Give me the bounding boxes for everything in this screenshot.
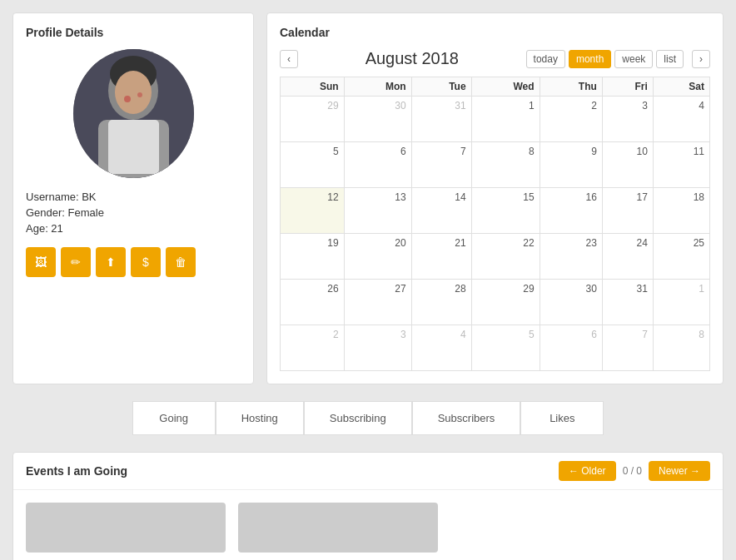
dollar-button[interactable]: $ xyxy=(131,247,161,277)
calendar-cell[interactable]: 11 xyxy=(653,142,709,188)
calendar-cell[interactable]: 23 xyxy=(540,234,602,280)
upload-button[interactable]: ⬆ xyxy=(96,247,126,277)
col-sun: Sun xyxy=(281,77,345,97)
col-fri: Fri xyxy=(602,77,653,97)
profile-card-title: Profile Details xyxy=(26,26,241,39)
calendar-cell[interactable]: 8 xyxy=(471,142,540,188)
newer-button[interactable]: Newer → xyxy=(649,461,710,481)
svg-rect-3 xyxy=(108,120,159,174)
calendar-cell[interactable]: 14 xyxy=(411,188,471,234)
calendar-cell[interactable]: 6 xyxy=(540,325,602,371)
calendar-cell[interactable]: 21 xyxy=(411,234,471,280)
calendar-cell[interactable]: 1 xyxy=(471,97,540,142)
calendar-cell[interactable]: 24 xyxy=(602,234,653,280)
calendar-cell[interactable]: 29 xyxy=(471,280,540,325)
event-thumbnail-2 xyxy=(238,503,438,553)
calendar-cell[interactable]: 15 xyxy=(471,188,540,234)
calendar-cell[interactable]: 26 xyxy=(281,280,345,325)
calendar-cell[interactable]: 16 xyxy=(540,188,602,234)
calendar-cell[interactable]: 3 xyxy=(602,97,653,142)
photo-icon: 🖼 xyxy=(35,255,47,269)
tab-likes[interactable]: Likes xyxy=(520,401,604,435)
calendar-cell[interactable]: 6 xyxy=(344,142,411,188)
calendar-week-row: 567891011 xyxy=(281,142,710,188)
month-button[interactable]: month xyxy=(569,50,611,68)
calendar-cell[interactable]: 19 xyxy=(281,234,345,280)
calendar-cell[interactable]: 30 xyxy=(344,97,411,142)
calendar-cell[interactable]: 31 xyxy=(411,97,471,142)
calendar-week-row: 19202122232425 xyxy=(281,234,710,280)
tab-hosting[interactable]: Hosting xyxy=(216,401,304,435)
calendar-nav-group: today month week list xyxy=(526,50,684,68)
calendar-cell[interactable]: 30 xyxy=(540,280,602,325)
events-section: Events I am Going ← Older 0 / 0 Newer → xyxy=(12,452,724,560)
calendar-cell[interactable]: 17 xyxy=(602,188,653,234)
calendar-cell[interactable]: 31 xyxy=(602,280,653,325)
tab-subscribers[interactable]: Subscribers xyxy=(412,401,521,435)
events-header: Events I am Going ← Older 0 / 0 Newer → xyxy=(13,453,723,490)
delete-icon: 🗑 xyxy=(175,255,186,269)
svg-point-6 xyxy=(124,96,131,102)
col-tue: Tue xyxy=(411,77,471,97)
col-wed: Wed xyxy=(471,77,540,97)
calendar-cell[interactable]: 13 xyxy=(344,188,411,234)
edit-button[interactable]: ✏ xyxy=(61,247,91,277)
calendar-prev-button[interactable]: ‹ xyxy=(280,50,298,68)
calendar-cell[interactable]: 5 xyxy=(281,142,345,188)
dollar-icon: $ xyxy=(142,255,149,269)
photo-button[interactable]: 🖼 xyxy=(26,247,56,277)
calendar-cell[interactable]: 8 xyxy=(653,325,709,371)
calendar-cell[interactable]: 7 xyxy=(411,142,471,188)
calendar-cell[interactable]: 2 xyxy=(281,325,345,371)
calendar-cell[interactable]: 3 xyxy=(344,325,411,371)
calendar-cell[interactable]: 7 xyxy=(602,325,653,371)
delete-button[interactable]: 🗑 xyxy=(166,247,196,277)
calendar-cell[interactable]: 9 xyxy=(540,142,602,188)
events-count: 0 / 0 xyxy=(623,465,642,477)
calendar-cell[interactable]: 27 xyxy=(344,280,411,325)
calendar-header-row: Sun Mon Tue Wed Thu Fri Sat xyxy=(281,77,710,97)
calendar-next-button[interactable]: › xyxy=(692,50,710,68)
age-label: Age: 21 xyxy=(26,222,241,235)
calendar-body: 2930311234567891011121314151617181920212… xyxy=(281,97,710,371)
week-button[interactable]: week xyxy=(614,50,653,68)
svg-point-5 xyxy=(115,71,152,114)
calendar-grid: Sun Mon Tue Wed Thu Fri Sat 293031123456… xyxy=(280,77,710,371)
older-button[interactable]: ← Older xyxy=(559,461,616,481)
avatar xyxy=(73,49,194,178)
svg-point-7 xyxy=(137,92,142,97)
calendar-cell[interactable]: 29 xyxy=(281,97,345,142)
calendar-cell[interactable]: 25 xyxy=(653,234,709,280)
events-title: Events I am Going xyxy=(26,464,127,478)
calendar-cell[interactable]: 1 xyxy=(653,280,709,325)
calendar-cell[interactable]: 18 xyxy=(653,188,709,234)
calendar-cell[interactable]: 20 xyxy=(344,234,411,280)
calendar-week-row: 12131415161718 xyxy=(281,188,710,234)
avatar-wrapper xyxy=(26,49,241,178)
col-sat: Sat xyxy=(653,77,709,97)
calendar-cell[interactable]: 28 xyxy=(411,280,471,325)
calendar-week-row: 2930311234 xyxy=(281,97,710,142)
tabs-section: Going Hosting Subscribing Subscribers Li… xyxy=(12,401,724,435)
events-list xyxy=(13,490,723,560)
calendar-cell[interactable]: 12 xyxy=(281,188,345,234)
upload-icon: ⬆ xyxy=(106,255,116,269)
col-mon: Mon xyxy=(344,77,411,97)
today-button[interactable]: today xyxy=(526,50,565,68)
calendar-cell[interactable]: 22 xyxy=(471,234,540,280)
calendar-card-title: Calendar xyxy=(280,26,710,39)
calendar-card: Calendar ‹ August 2018 today month week … xyxy=(266,12,724,384)
tab-going[interactable]: Going xyxy=(132,401,216,435)
calendar-cell[interactable]: 5 xyxy=(471,325,540,371)
calendar-cell[interactable]: 2 xyxy=(540,97,602,142)
calendar-header: ‹ August 2018 today month week list › xyxy=(280,49,710,68)
profile-info: Username: BK Gender: Female Age: 21 xyxy=(26,191,241,235)
calendar-cell[interactable]: 4 xyxy=(411,325,471,371)
profile-card: Profile Details xyxy=(12,12,254,384)
calendar-cell[interactable]: 10 xyxy=(602,142,653,188)
list-button[interactable]: list xyxy=(656,50,684,68)
tab-subscribing[interactable]: Subscribing xyxy=(304,401,412,435)
calendar-cell[interactable]: 4 xyxy=(653,97,709,142)
event-thumbnail-1 xyxy=(26,503,226,553)
calendar-week-row: 2627282930311 xyxy=(281,280,710,325)
